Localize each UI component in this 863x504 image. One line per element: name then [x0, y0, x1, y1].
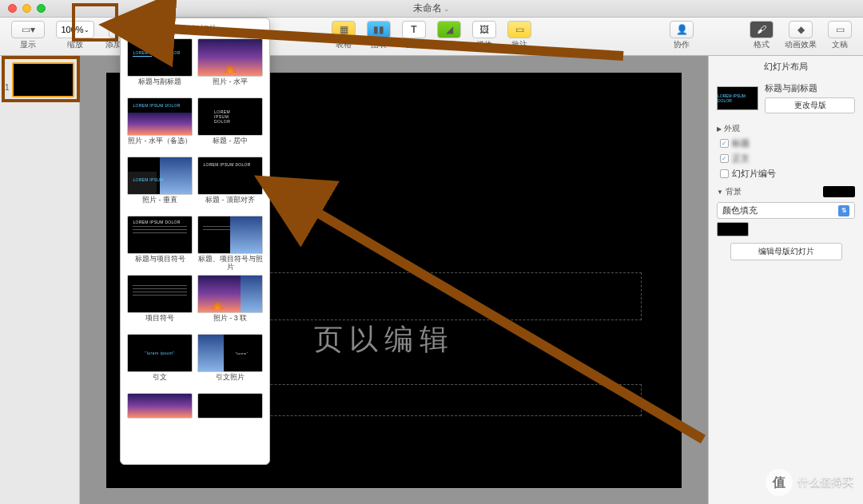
- add-slide-popover: 添加幻灯片 LOREM IPSUM DOLOR 标题与副标题 照片 - 水平 L…: [120, 18, 270, 465]
- popover-title: 添加幻灯片: [121, 18, 269, 38]
- fullscreen-window-button[interactable]: [37, 4, 46, 13]
- chart-icon: ▮▮: [367, 21, 391, 38]
- minimize-window-button[interactable]: [22, 4, 31, 13]
- slidenum-checkbox-row[interactable]: 幻灯片编号: [709, 166, 863, 181]
- layout-name: 标题与副标题: [765, 82, 855, 94]
- appearance-heading: ▶外观: [709, 118, 863, 136]
- background-heading[interactable]: ▼背景: [709, 181, 863, 199]
- title-checkbox-row[interactable]: ✓标题: [709, 136, 863, 151]
- annotation-rect-thumb: [2, 56, 80, 102]
- window-controls: [8, 4, 46, 13]
- text-icon: T: [402, 21, 426, 38]
- inspector-title: 幻灯片布局: [709, 56, 863, 77]
- table-button[interactable]: ▦ 表格: [327, 21, 360, 50]
- comment-button[interactable]: ▭ 批注: [503, 21, 536, 50]
- layout-option[interactable]: LOREM IPSUM DOLOR 标题与副标题: [127, 38, 193, 94]
- layout-option[interactable]: LOREM IPSUM DOLOR 标题与项目符号: [127, 216, 193, 272]
- layout-option[interactable]: 标题、项目符号与照片: [197, 216, 263, 272]
- animate-icon: ◆: [789, 21, 813, 38]
- media-icon: 🖼: [472, 21, 496, 38]
- document-icon: ▭: [828, 21, 852, 38]
- table-icon: ▦: [332, 21, 356, 38]
- view-icon: ▭▾: [11, 21, 45, 38]
- inspector-panel: 幻灯片布局 LOREM IPSUM DOLOR 标题与副标题 更改母版 ▶外观 …: [708, 56, 863, 504]
- layout-option[interactable]: [127, 393, 193, 419]
- layout-option[interactable]: 项目符号: [127, 275, 193, 331]
- animate-button[interactable]: ◆ 动画效果: [780, 21, 821, 50]
- titlebar: 未命名⌄: [0, 0, 863, 18]
- watermark-icon: 值: [766, 469, 793, 496]
- watermark-text: 什么值得买: [797, 475, 853, 490]
- layout-option[interactable]: 照片 - 3 联: [197, 275, 263, 331]
- shape-icon: ◢: [437, 21, 461, 38]
- layout-thumb: LOREM IPSUM DOLOR: [717, 86, 758, 110]
- chevron-down-icon: ⌄: [443, 5, 450, 13]
- layout-option[interactable]: LOREM IPSUM 照片 - 垂直: [127, 157, 193, 212]
- document-button[interactable]: ▭ 文稿: [823, 21, 857, 50]
- collab-icon: 👤: [670, 21, 694, 38]
- comment-icon: ▭: [507, 21, 531, 38]
- document-title[interactable]: 未命名⌄: [413, 2, 450, 15]
- layout-option[interactable]: 照片 - 水平: [197, 38, 263, 94]
- edit-master-button[interactable]: 编辑母版幻灯片: [730, 243, 842, 260]
- background-fill-select[interactable]: 颜色填充⇅: [717, 202, 855, 219]
- edit-hint-text: 页以编辑: [314, 320, 455, 359]
- media-button[interactable]: 🖼 媒体: [467, 21, 501, 50]
- slide-navigator[interactable]: 1: [0, 56, 80, 504]
- background-color-swatch[interactable]: [717, 222, 749, 236]
- layout-option[interactable]: LOREM IPSUM DOLOR 标题 - 居中: [197, 97, 263, 153]
- collab-button[interactable]: 👤 协作: [665, 21, 698, 50]
- shape-button[interactable]: ◢ 形状: [432, 21, 466, 50]
- layout-option[interactable]: LOREM IPSUM DOLOR 照片 - 水平（备选）: [127, 97, 193, 153]
- view-button[interactable]: ▭▾ 显示: [6, 21, 50, 50]
- text-button[interactable]: T 文本: [397, 21, 431, 50]
- format-icon: 🖌: [750, 21, 774, 38]
- body-checkbox-row[interactable]: ✓正文: [709, 151, 863, 166]
- format-button[interactable]: 🖌 格式: [745, 21, 778, 50]
- layout-option[interactable]: [197, 393, 263, 419]
- change-master-button[interactable]: 更改母版: [765, 97, 855, 113]
- layout-option[interactable]: LOREM IPSUM DOLOR 标题 - 顶部对齐: [197, 157, 263, 212]
- close-window-button[interactable]: [8, 4, 17, 13]
- chart-button[interactable]: ▮▮ 图表: [362, 21, 396, 50]
- annotation-rect-toolbar: [72, 3, 118, 42]
- watermark: 值 什么值得买: [766, 469, 853, 496]
- layout-option[interactable]: "lorem ipsum" 引文: [127, 334, 193, 390]
- layout-option[interactable]: "lorem" 引文照片: [197, 334, 263, 390]
